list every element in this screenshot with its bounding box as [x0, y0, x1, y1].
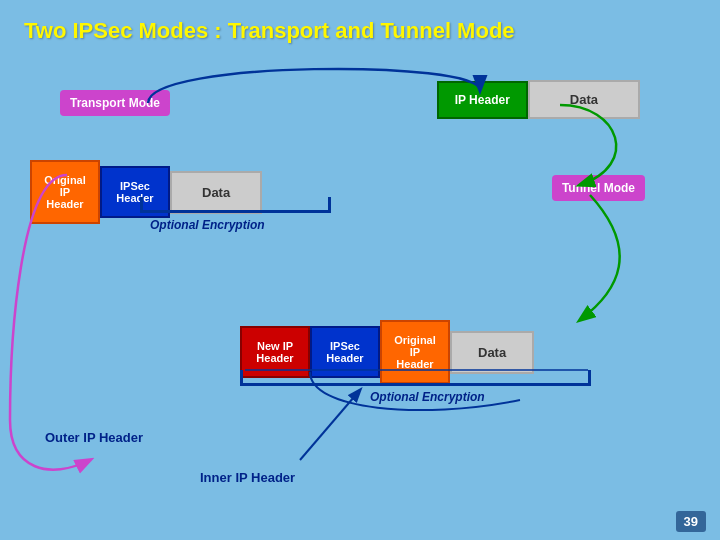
- enc-bracket-right-transport: [328, 197, 331, 213]
- tunnel-mode-label: Tunnel Mode: [552, 175, 645, 201]
- transport-mode-row: IP Header Data: [437, 80, 640, 119]
- original-row: Original IP Header IPSec Header Data: [30, 160, 262, 224]
- enc-line-tunnel: [240, 383, 590, 386]
- page-number: 39: [676, 511, 706, 532]
- enc-bracket-right-tunnel: [588, 370, 591, 386]
- new-ip-header-box: New IP Header: [240, 326, 310, 378]
- opt-enc-transport-label: Optional Encryption: [150, 218, 265, 232]
- ipsec-header-box2: IPSec Header: [310, 326, 380, 378]
- inner-ip-header-label: Inner IP Header: [200, 470, 295, 485]
- outer-ip-header-label: Outer IP Header: [45, 430, 143, 445]
- original-ip-header-box2: Original IP Header: [380, 320, 450, 384]
- transport-mode-label: Transport Mode: [60, 90, 170, 116]
- ip-header-box: IP Header: [437, 81, 528, 119]
- original-ip-header-box: Original IP Header: [30, 160, 100, 224]
- tunnel-row: New IP Header IPSec Header Original IP H…: [240, 320, 534, 384]
- opt-enc-tunnel-label: Optional Encryption: [370, 390, 485, 404]
- slide-title: Two IPSec Modes : Transport and Tunnel M…: [24, 18, 696, 44]
- tunnel-data-box: Data: [450, 331, 534, 374]
- slide-container: Two IPSec Modes : Transport and Tunnel M…: [0, 0, 720, 540]
- enc-line-transport: [140, 210, 330, 213]
- transport-data-box: Data: [528, 80, 640, 119]
- original-data-box: Data: [170, 171, 262, 214]
